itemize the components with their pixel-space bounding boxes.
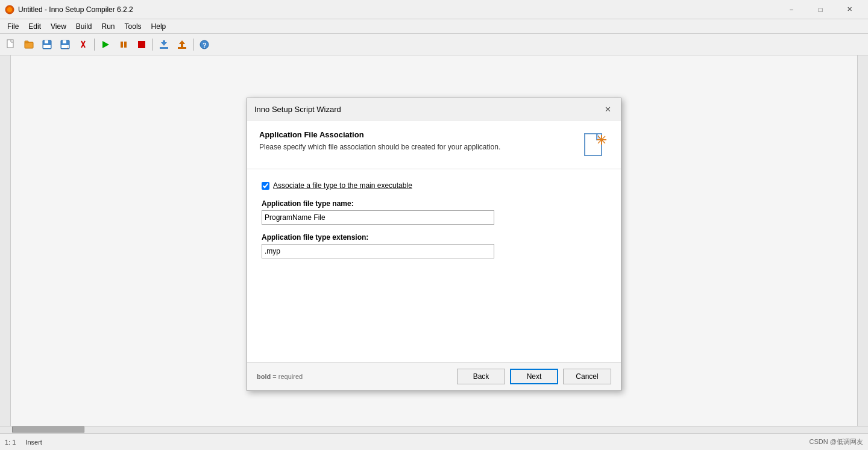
dialog-close-button[interactable]: ✕ bbox=[602, 103, 614, 115]
file-icon-wrap bbox=[580, 130, 609, 159]
status-right: CSDN @低调网友 bbox=[810, 437, 863, 446]
back-button[interactable]: Back bbox=[457, 369, 505, 384]
svg-rect-2 bbox=[7, 40, 13, 48]
dialog-header-text: Application File Association Please spec… bbox=[259, 130, 570, 151]
maximize-button[interactable]: □ bbox=[807, 1, 834, 18]
toolbar-upload[interactable] bbox=[174, 36, 190, 53]
toolbar-stop[interactable] bbox=[133, 36, 150, 53]
footer-hint-bold: bold bbox=[257, 373, 271, 380]
toolbar-save[interactable] bbox=[39, 36, 55, 53]
svg-rect-6 bbox=[45, 40, 48, 43]
svg-rect-17 bbox=[138, 41, 145, 48]
next-button[interactable]: Next bbox=[510, 369, 558, 384]
toolbar-pause[interactable] bbox=[115, 36, 132, 53]
dialog-title: Inno Setup Script Wizard bbox=[254, 105, 341, 114]
window-title: Untitled - Inno Setup Compiler 6.2.2 bbox=[18, 5, 778, 14]
svg-rect-15 bbox=[121, 42, 123, 48]
toolbar-help[interactable]: ? bbox=[196, 36, 213, 53]
filetype-ext-field: Application file type extension: bbox=[262, 233, 606, 267]
menu-help[interactable]: Help bbox=[146, 21, 171, 32]
main-area: Inno Setup Script Wizard ✕ Application F… bbox=[0, 55, 868, 433]
menu-build[interactable]: Build bbox=[71, 21, 97, 32]
toolbar-sep-2 bbox=[153, 39, 153, 51]
right-sidebar bbox=[857, 55, 868, 433]
status-left: 1: 1 Insert bbox=[5, 439, 42, 446]
svg-marker-14 bbox=[102, 41, 109, 48]
toolbar: ↓ bbox=[0, 34, 868, 55]
horizontal-scrollbar[interactable] bbox=[0, 426, 868, 433]
window-close-button[interactable]: ✕ bbox=[835, 1, 863, 18]
svg-rect-9 bbox=[63, 40, 66, 43]
footer-hint: bold = required bbox=[257, 373, 457, 380]
filetype-name-field: Application file type name: bbox=[262, 199, 606, 233]
associate-filetype-row: Associate a file type to the main execut… bbox=[262, 181, 606, 190]
cursor-position: 1: 1 bbox=[5, 439, 16, 446]
filetype-ext-input[interactable] bbox=[262, 244, 494, 258]
svg-rect-7 bbox=[43, 45, 51, 48]
menu-run[interactable]: Run bbox=[97, 21, 120, 32]
associate-filetype-label[interactable]: Associate a file type to the main execut… bbox=[273, 181, 412, 190]
status-bar: 1: 1 Insert CSDN @低调网友 bbox=[0, 433, 868, 450]
menu-view[interactable]: View bbox=[46, 21, 71, 32]
dialog-body: Associate a file type to the main execut… bbox=[247, 169, 621, 362]
svg-rect-18 bbox=[160, 47, 168, 49]
toolbar-download[interactable] bbox=[156, 36, 172, 53]
svg-rect-16 bbox=[124, 42, 127, 48]
footer-hint-text: = required bbox=[271, 373, 303, 380]
filetype-name-label: Application file type name: bbox=[262, 199, 606, 208]
minimize-button[interactable]: − bbox=[778, 1, 805, 18]
file-document-icon bbox=[580, 130, 609, 159]
scroll-thumb[interactable] bbox=[12, 427, 84, 433]
associate-filetype-checkbox[interactable] bbox=[262, 182, 269, 190]
filetype-ext-label: Application file type extension: bbox=[262, 233, 606, 242]
dialog-section-title: Application File Association bbox=[259, 130, 570, 139]
toolbar-save-as[interactable]: ↓ bbox=[57, 36, 74, 53]
svg-text:?: ? bbox=[203, 42, 207, 49]
svg-rect-21 bbox=[178, 47, 186, 49]
toolbar-sep-1 bbox=[94, 39, 95, 51]
app-icon bbox=[5, 5, 14, 14]
menu-tools[interactable]: Tools bbox=[120, 21, 146, 32]
title-bar: Untitled - Inno Setup Compiler 6.2.2 − □… bbox=[0, 0, 868, 19]
dialog-footer: bold = required Back Next Cancel bbox=[247, 362, 621, 390]
svg-point-1 bbox=[7, 7, 12, 12]
toolbar-sep-3 bbox=[193, 39, 193, 51]
dialog-section-desc: Please specify which file association sh… bbox=[259, 143, 570, 151]
wizard-dialog: Inno Setup Script Wizard ✕ Application F… bbox=[247, 98, 621, 391]
toolbar-run[interactable] bbox=[97, 36, 114, 53]
toolbar-open[interactable] bbox=[20, 36, 37, 53]
svg-rect-23 bbox=[181, 43, 183, 47]
svg-rect-4 bbox=[25, 41, 28, 43]
cancel-button[interactable]: Cancel bbox=[563, 369, 611, 384]
left-sidebar bbox=[0, 55, 11, 433]
filetype-name-input[interactable] bbox=[262, 210, 494, 225]
svg-text:↓: ↓ bbox=[66, 45, 69, 49]
window-controls: − □ ✕ bbox=[778, 1, 863, 18]
menu-edit[interactable]: Edit bbox=[24, 21, 46, 32]
editor-mode: Insert bbox=[25, 439, 42, 446]
menu-bar: File Edit View Build Run Tools Help bbox=[0, 19, 868, 34]
dialog-title-bar: Inno Setup Script Wizard ✕ bbox=[247, 98, 621, 120]
dialog-header: Application File Association Please spec… bbox=[247, 120, 621, 169]
toolbar-cut[interactable] bbox=[75, 36, 92, 53]
menu-file[interactable]: File bbox=[2, 21, 24, 32]
toolbar-new[interactable] bbox=[2, 36, 19, 53]
svg-rect-20 bbox=[163, 40, 165, 45]
footer-buttons: Back Next Cancel bbox=[457, 369, 611, 384]
